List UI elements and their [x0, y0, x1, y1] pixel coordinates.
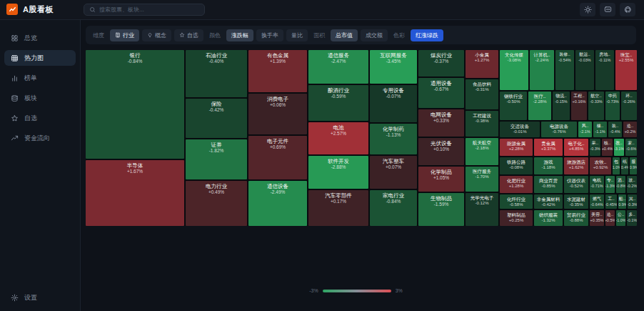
treemap-cell[interactable]: 化肥行业+1.28% [500, 176, 533, 193]
treemap-cell[interactable]: 美容..+0.35% [590, 210, 604, 226]
treemap-cell[interactable]: 工程..+0.16% [571, 92, 587, 120]
treemap-cell[interactable]: 汽车整车+0.07% [370, 156, 417, 189]
treemap-cell[interactable]: 生物制品-1.59% [418, 193, 464, 226]
treemap-cell[interactable]: 银行-0.84% [86, 50, 184, 159]
treemap-cell[interactable]: 航运..-0.03% [575, 50, 594, 90]
toolbar-option-0-1[interactable]: 概念 [142, 29, 171, 41]
treemap-cell[interactable]: 消费电子+0.06% [248, 94, 307, 134]
toolbar-option-2-1[interactable]: 成交额 [361, 29, 388, 41]
toolbar-option-3-0[interactable]: 红涨绿跌 [411, 29, 443, 41]
treemap-cell[interactable]: 核..+0.4% [602, 139, 613, 156]
treemap-cell[interactable]: 工程建设-0.38% [466, 111, 498, 137]
treemap-cell[interactable]: 燃气-0.64% [590, 194, 604, 209]
treemap-cell[interactable]: 化学制药-1.13% [370, 124, 417, 154]
treemap-cell[interactable]: 软件开发-2.88% [308, 156, 368, 189]
treemap-cell[interactable]: 石油行业-0.40% [186, 50, 247, 97]
treemap-cell[interactable]: 采..-0.3% [590, 139, 600, 156]
treemap-cell[interactable]: 玻..-0.2% [627, 176, 637, 193]
treemap-cell[interactable]: 珠宝..+2.55% [615, 50, 637, 90]
treemap-cell[interactable]: 铁路公路-0.08% [500, 157, 533, 174]
treemap-cell[interactable]: 保险-0.42% [186, 99, 247, 138]
treemap-cell[interactable]: 小金属+1.27% [466, 50, 498, 78]
treemap-cell[interactable]: 专..-1.3% [605, 176, 615, 193]
feedback-button[interactable] [600, 3, 615, 16]
treemap-cell[interactable]: 电子化..+4.85% [564, 139, 588, 156]
treemap-cell[interactable]: 钢铁行业-0.50% [500, 92, 527, 120]
treemap-cell[interactable]: 航空..-0.33% [588, 92, 604, 120]
treemap-cell[interactable]: 家..-0.6% [625, 139, 637, 156]
treemap-cell[interactable]: 半导体+1.67% [86, 160, 184, 226]
treemap-cell[interactable]: 通用设备-0.67% [418, 78, 464, 108]
treemap-cell[interactable]: 贵金属+3.37% [534, 139, 563, 156]
treemap-cell[interactable]: 互联网服务-3.45% [370, 50, 417, 84]
treemap-cell[interactable]: 电机-0.71% [590, 176, 604, 193]
treemap-cell[interactable]: 有色金属+1.39% [248, 50, 307, 92]
search-box[interactable] [84, 4, 205, 16]
sidebar-item-0[interactable]: 总览 [4, 30, 76, 46]
toolbar-option-1-1[interactable]: 换手率 [256, 29, 283, 41]
treemap-cell[interactable]: 仪器仪表-0.52% [564, 176, 588, 193]
treemap-cell[interactable]: 中药-0.73% [605, 92, 620, 120]
treemap-cell[interactable]: 商业百货-0.85% [534, 176, 563, 193]
treemap-cell[interactable]: 酒..-0.8% [616, 176, 625, 193]
treemap-cell[interactable]: 装..-0.4% [608, 122, 622, 137]
sidebar-item-settings[interactable]: 设置 [4, 290, 76, 305]
sidebar-item-3[interactable]: 板块 [4, 90, 76, 106]
treemap-cell[interactable]: 医疗..-2.28% [528, 92, 551, 120]
toolbar-option-1-0[interactable]: 涨跌幅 [226, 29, 253, 41]
treemap-cell[interactable]: 塑料制品+0.25% [500, 210, 533, 226]
treemap-cell[interactable]: 文化传媒-3.08% [500, 50, 528, 90]
treemap-cell[interactable]: 农牧..+0.92% [590, 157, 611, 174]
treemap-cell[interactable]: 工..-0.45% [605, 194, 617, 209]
treemap-cell[interactable]: 煤炭行业-0.37% [418, 50, 464, 76]
treemap-cell[interactable]: 纸-0.4% [621, 157, 628, 174]
treemap-cell[interactable]: 装修..-0.54% [555, 50, 574, 90]
treemap-cell[interactable]: 汽车零部件+0.17% [308, 190, 368, 226]
treemap-cell[interactable]: 电力行业+0.49% [186, 181, 247, 226]
treemap-cell[interactable]: 贸易行业-0.88% [564, 210, 588, 226]
treemap-cell[interactable]: 食品饮料-0.31% [466, 79, 498, 109]
treemap-cell[interactable]: 光伏设备+0.10% [418, 138, 464, 165]
treemap-cell[interactable]: 通信设备-2.49% [248, 181, 307, 226]
toolbar-option-1-2[interactable]: 量比 [286, 29, 308, 41]
treemap-cell[interactable]: 电子元件+0.69% [248, 136, 307, 179]
treemap-cell[interactable]: 房地..-0.11% [595, 50, 614, 90]
treemap-cell[interactable]: 旅游酒店+1.62% [564, 157, 588, 174]
treemap-cell[interactable]: 其..-0.3% [628, 194, 637, 209]
treemap-cell[interactable]: 通信服务-2.47% [308, 50, 368, 84]
treemap-cell[interactable]: 化学制品+1.05% [418, 167, 464, 192]
treemap-cell[interactable]: 水泥建材-0.35% [564, 194, 588, 209]
treemap-cell[interactable]: 船..-0.9% [618, 194, 626, 209]
treemap-cell[interactable]: 非金属材料-0.42% [534, 194, 563, 209]
treemap-cell[interactable]: 风..-2.1% [578, 122, 592, 137]
treemap-cell[interactable]: 多..-0.1% [627, 210, 637, 226]
treemap-cell[interactable]: 造..+0.2% [623, 122, 637, 137]
treemap-cell[interactable]: 专用设备-0.07% [370, 85, 417, 122]
treemap-cell[interactable]: 酿酒行业-0.59% [308, 85, 368, 121]
treemap-cell[interactable]: 证券-1.82% [186, 139, 247, 179]
treemap-cell[interactable]: 医疗服务-1.70% [466, 167, 498, 192]
treemap-cell[interactable]: 服-0.9% [630, 157, 637, 174]
treemap-cell[interactable]: 橡..-1.1% [593, 122, 607, 137]
sidebar-item-4[interactable]: 自选 [4, 110, 76, 126]
treemap-cell[interactable]: 能源金属+2.28% [500, 139, 533, 156]
toolbar-option-0-2[interactable]: 自选 [174, 29, 203, 41]
treemap-cell[interactable]: 光学光电子-0.12% [466, 193, 498, 226]
treemap-cell[interactable]: 环..-0.26% [621, 92, 637, 120]
treemap-cell[interactable]: 计算机..-2.24% [530, 50, 554, 90]
search-input[interactable] [99, 6, 199, 13]
treemap-cell[interactable]: 交运设备-0.01% [500, 122, 540, 137]
treemap-cell[interactable]: 电网设备+0.33% [418, 109, 464, 137]
sidebar-item-5[interactable]: 资金流向 [4, 130, 76, 146]
treemap-cell[interactable]: 游戏-1.18% [534, 157, 563, 174]
treemap-cell[interactable]: 化纤行业-0.58% [500, 194, 533, 209]
treemap-cell[interactable]: 物流..-0.15% [553, 92, 570, 120]
github-button[interactable] [620, 3, 635, 16]
treemap-cell[interactable]: 家电行业-0.84% [370, 190, 417, 226]
treemap-cell[interactable]: 电池+2.57% [308, 122, 368, 154]
theme-toggle-button[interactable] [580, 3, 595, 16]
toolbar-option-0-0[interactable]: 行业 [110, 29, 139, 41]
treemap-cell[interactable]: 造..+0.5% [605, 210, 615, 226]
toolbar-option-2-0[interactable]: 总市值 [331, 29, 358, 41]
treemap-cell[interactable]: 包-1.0% [613, 157, 620, 174]
